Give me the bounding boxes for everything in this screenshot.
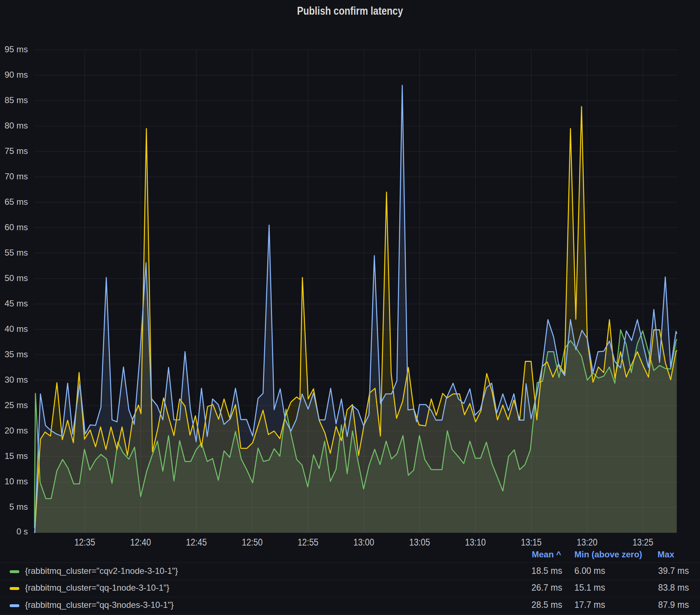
svg-text:40 ms: 40 ms <box>5 324 28 334</box>
svg-text:26.7 ms: 26.7 ms <box>531 582 562 593</box>
svg-text:12:40: 12:40 <box>130 537 151 548</box>
svg-text:60 ms: 60 ms <box>5 222 28 232</box>
svg-text:Min (above zero): Min (above zero) <box>574 549 642 559</box>
svg-text:15 ms: 15 ms <box>5 451 28 461</box>
svg-text:90 ms: 90 ms <box>5 70 28 79</box>
svg-text:20 ms: 20 ms <box>5 426 28 435</box>
svg-text:80 ms: 80 ms <box>5 121 28 130</box>
svg-text:25 ms: 25 ms <box>5 400 28 410</box>
svg-text:{rabbitmq_cluster="qq-1node-3-: {rabbitmq_cluster="qq-1node-3-10-1"} <box>25 583 169 592</box>
svg-text:50 ms: 50 ms <box>5 273 28 283</box>
svg-text:70 ms: 70 ms <box>5 171 28 181</box>
svg-text:5 ms: 5 ms <box>9 502 28 512</box>
svg-text:15.1 ms: 15.1 ms <box>574 582 605 593</box>
svg-text:95 ms: 95 ms <box>5 44 28 54</box>
svg-text:35 ms: 35 ms <box>5 349 28 359</box>
svg-text:30 ms: 30 ms <box>5 375 28 384</box>
svg-text:12:45: 12:45 <box>186 537 207 548</box>
svg-text:0 s: 0 s <box>16 527 28 536</box>
svg-text:45 ms: 45 ms <box>5 299 28 308</box>
svg-text:18.5 ms: 18.5 ms <box>531 565 562 576</box>
svg-text:Max: Max <box>657 549 674 559</box>
svg-text:13:20: 13:20 <box>577 537 598 548</box>
svg-text:13:15: 13:15 <box>521 537 542 548</box>
svg-text:12:50: 12:50 <box>242 537 263 548</box>
svg-text:83.8 ms: 83.8 ms <box>658 582 689 593</box>
svg-text:39.7 ms: 39.7 ms <box>658 565 689 576</box>
svg-text:13:25: 13:25 <box>632 537 653 548</box>
svg-text:{rabbitmq_cluster="cqv2-1node-: {rabbitmq_cluster="cqv2-1node-3-10-1"} <box>25 566 178 576</box>
svg-text:85 ms: 85 ms <box>5 95 28 105</box>
svg-text:87.9 ms: 87.9 ms <box>658 599 689 610</box>
svg-text:10 ms: 10 ms <box>5 476 28 486</box>
svg-text:28.5 ms: 28.5 ms <box>531 599 562 610</box>
svg-text:12:55: 12:55 <box>298 537 319 548</box>
svg-text:{rabbitmq_cluster="qq-3nodes-3: {rabbitmq_cluster="qq-3nodes-3-10-1"} <box>25 600 174 610</box>
svg-text:6.00 ms: 6.00 ms <box>574 565 605 576</box>
svg-text:55 ms: 55 ms <box>5 248 28 257</box>
svg-text:17.7 ms: 17.7 ms <box>574 599 605 610</box>
svg-text:Mean ^: Mean ^ <box>532 549 561 559</box>
svg-text:13:05: 13:05 <box>409 537 430 548</box>
svg-text:13:00: 13:00 <box>354 537 374 548</box>
svg-text:12:35: 12:35 <box>74 537 95 548</box>
svg-text:13:10: 13:10 <box>465 537 486 548</box>
svg-text:Publish confirm latency: Publish confirm latency <box>297 4 403 17</box>
svg-text:65 ms: 65 ms <box>5 197 28 207</box>
svg-text:75 ms: 75 ms <box>5 146 28 156</box>
